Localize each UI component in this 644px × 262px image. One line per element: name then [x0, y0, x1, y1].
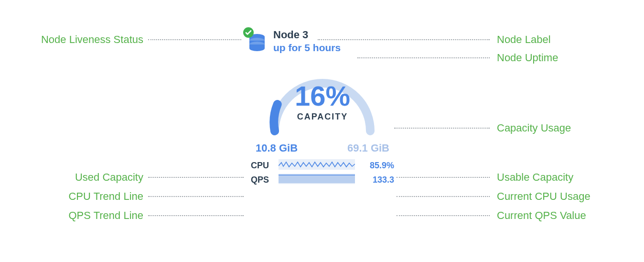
cpu-label: CPU	[251, 161, 273, 171]
connector	[148, 215, 244, 216]
annotation-used-capacity: Used Capacity	[29, 171, 143, 184]
connector	[148, 177, 244, 178]
svg-rect-6	[279, 175, 355, 183]
node-card: Node 3 up for 5 hours 16% CAPACITY 10.8 …	[244, 29, 401, 188]
node-icon-wrap	[245, 29, 267, 51]
cpu-sparkline-icon	[279, 159, 355, 172]
connector	[148, 196, 244, 197]
annotation-qps-trend: QPS Trend Line	[29, 209, 143, 222]
cpu-value: 85.9%	[370, 161, 394, 171]
annotation-cpu-trend: CPU Trend Line	[29, 190, 143, 203]
annotation-cpu-current: Current CPU Usage	[497, 190, 590, 203]
connector	[397, 196, 490, 197]
capacity-total: 69.1 GiB	[347, 142, 389, 154]
connector	[148, 39, 241, 40]
annotation-qps-current: Current QPS Value	[497, 209, 586, 222]
annotation-node-label: Node Label	[497, 33, 551, 46]
annotation-usable-capacity: Usable Capacity	[497, 171, 573, 184]
connector	[394, 128, 490, 129]
connector	[397, 177, 490, 178]
check-circle-icon	[243, 27, 254, 40]
connector	[397, 215, 490, 216]
node-uptime: up for 5 hours	[273, 42, 341, 54]
qps-value: 133.3	[373, 175, 394, 185]
qps-label: QPS	[251, 175, 273, 185]
cpu-row: CPU 85.9%	[251, 159, 394, 172]
annotation-node-uptime: Node Uptime	[497, 52, 558, 64]
qps-sparkline-icon	[279, 174, 355, 186]
capacity-caption: CAPACITY	[260, 112, 385, 122]
capacity-values-row: 10.8 GiB 69.1 GiB	[256, 142, 389, 154]
node-label: Node 3	[273, 29, 341, 41]
annotation-liveness: Node Liveness Status	[29, 33, 143, 46]
capacity-gauge: 16% CAPACITY	[260, 59, 385, 138]
capacity-percent: 16%	[260, 82, 385, 110]
node-header: Node 3 up for 5 hours	[245, 29, 401, 54]
annotation-capacity-usage: Capacity Usage	[497, 122, 571, 134]
capacity-used: 10.8 GiB	[256, 142, 298, 154]
qps-row: QPS 133.3	[251, 174, 394, 186]
